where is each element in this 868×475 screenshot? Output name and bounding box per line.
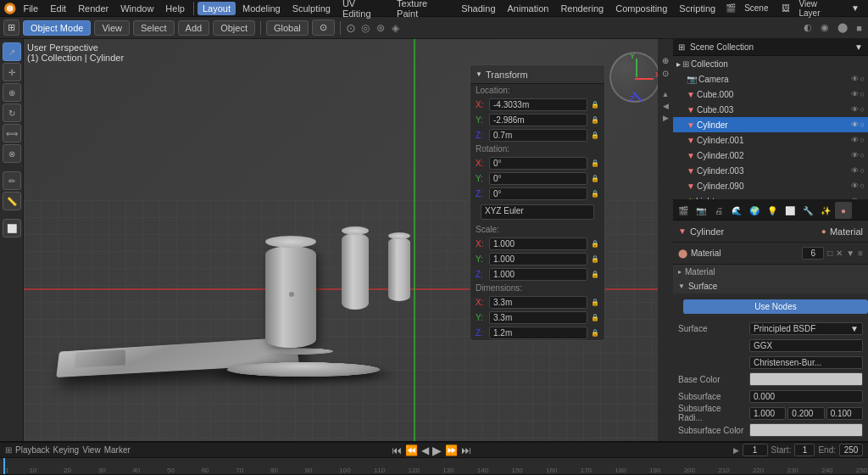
base-color-swatch[interactable] bbox=[749, 372, 863, 386]
playback-btn[interactable]: Playback bbox=[15, 445, 50, 455]
tab-compositing[interactable]: Compositing bbox=[610, 2, 672, 15]
transform-orient-btn[interactable]: Global bbox=[266, 20, 309, 36]
overlay-icon[interactable]: ⊛ bbox=[375, 22, 387, 34]
menu-file[interactable]: File bbox=[18, 2, 43, 15]
dim-x-value[interactable]: 3.3m bbox=[489, 296, 587, 309]
marker-btn[interactable]: Marker bbox=[104, 445, 131, 455]
cyl003-vis-icon[interactable]: ○ bbox=[860, 166, 865, 175]
proportional-edit-icon[interactable]: ◎ bbox=[359, 22, 371, 34]
play-forward-btn[interactable]: ▶ bbox=[432, 444, 442, 457]
move-tool-btn[interactable]: ⊕ bbox=[3, 83, 21, 102]
rot-x-value[interactable]: 0° bbox=[489, 157, 587, 170]
outliner-item-camera[interactable]: 📷 Camera 👁 ○ bbox=[673, 71, 868, 87]
start-frame-input[interactable]: 1 bbox=[794, 444, 815, 456]
prev-frame-btn[interactable]: ⏪ bbox=[405, 444, 418, 456]
cyl090-eye-icon[interactable]: 👁 bbox=[851, 182, 859, 190]
camera-vis-icon[interactable]: ○ bbox=[860, 75, 865, 83]
cyl001-vis-icon[interactable]: ○ bbox=[860, 136, 865, 144]
scale-y-lock[interactable]: 🔒 bbox=[591, 255, 599, 263]
tab-modeling[interactable]: Modeling bbox=[237, 2, 286, 15]
xray-icon[interactable]: ◈ bbox=[390, 22, 401, 34]
tab-layout[interactable]: Layout bbox=[198, 2, 236, 15]
outliner-item-cylinder003[interactable]: ▼ Cylinder.003 👁 ○ bbox=[673, 163, 868, 178]
viewport-solid-icon[interactable]: ◉ bbox=[818, 22, 832, 33]
editor-type-icon[interactable]: ⊞ bbox=[3, 20, 19, 36]
rot-x-lock[interactable]: 🔒 bbox=[591, 159, 599, 167]
dim-z-value[interactable]: 1.2m bbox=[489, 327, 587, 339]
camera-eye-icon[interactable]: 👁 bbox=[851, 75, 859, 83]
ggx-value[interactable]: GGX bbox=[749, 339, 863, 352]
material-copy-icon[interactable]: □ bbox=[827, 249, 832, 258]
tab-texture-paint[interactable]: Texture Paint bbox=[392, 0, 454, 20]
subsurface-value[interactable]: 0.000 bbox=[749, 390, 863, 403]
next-frame-btn[interactable]: ⏩ bbox=[445, 444, 458, 456]
view-btn[interactable]: View bbox=[94, 20, 130, 36]
menu-edit[interactable]: Edit bbox=[45, 2, 71, 15]
select-tool-btn[interactable]: ↗ bbox=[3, 42, 21, 61]
scale-y-value[interactable]: 1.000 bbox=[489, 253, 587, 265]
outliner-item-cylinder090[interactable]: ▼ Cylinder.090 👁 ○ bbox=[673, 178, 868, 193]
measure-tool-btn[interactable]: 📏 bbox=[3, 192, 21, 210]
loc-x-value[interactable]: -4.3033m bbox=[489, 98, 587, 111]
sub-r-value[interactable]: 1.000 bbox=[749, 407, 786, 420]
outliner-item-cylinder002[interactable]: ▼ Cylinder.002 👁 ○ bbox=[673, 148, 868, 163]
timeline-ruler[interactable]: 1 10 20 30 40 50 60 70 80 90 100 110 120… bbox=[0, 458, 868, 475]
cube003-eye-icon[interactable]: 👁 bbox=[851, 105, 859, 114]
prop-tab-object-icon[interactable]: ⬜ bbox=[782, 202, 798, 219]
scale-x-value[interactable]: 1.000 bbox=[489, 238, 587, 250]
end-frame-input[interactable]: 250 bbox=[839, 444, 863, 456]
scale-z-lock[interactable]: 🔒 bbox=[591, 271, 599, 278]
scale-z-value[interactable]: 1.000 bbox=[489, 268, 587, 281]
current-frame-input[interactable]: 1 bbox=[743, 444, 768, 456]
material-browse-icon[interactable]: ▼ bbox=[846, 249, 854, 258]
rot-y-value[interactable]: 0° bbox=[489, 172, 587, 185]
christensen-value[interactable]: Christensen-Bur... bbox=[749, 356, 863, 369]
pivot-btn[interactable]: ⊙ bbox=[312, 20, 335, 36]
orientation-gizmo[interactable]: X Y Z bbox=[605, 48, 665, 107]
sub-g-value[interactable]: 0.200 bbox=[787, 407, 824, 420]
rot-y-lock[interactable]: 🔒 bbox=[591, 175, 599, 182]
loc-z-value[interactable]: 0.7m bbox=[489, 129, 587, 142]
view-layer-name[interactable]: View Layer bbox=[793, 0, 844, 20]
cyl002-vis-icon[interactable]: ○ bbox=[860, 151, 865, 159]
scale-x-lock[interactable]: 🔒 bbox=[591, 240, 599, 248]
prop-tab-scene-props-icon[interactable]: 🌍 bbox=[746, 202, 763, 219]
overlay-toggle-icon[interactable]: ⊕ bbox=[662, 56, 669, 65]
preview-section-header[interactable]: ▸ Material bbox=[673, 265, 868, 279]
add-cube-tool-btn[interactable]: ⬜ bbox=[3, 219, 21, 238]
transform-tool-btn[interactable]: ⊗ bbox=[3, 144, 21, 163]
metallic-value[interactable]: 0.000 bbox=[749, 441, 863, 442]
material-filter-icon[interactable]: ≡ bbox=[858, 249, 863, 258]
loc-y-value[interactable]: -2.986m bbox=[489, 114, 587, 126]
cube000-vis-icon[interactable]: ○ bbox=[860, 90, 865, 98]
cylinder-vis-icon[interactable]: ○ bbox=[860, 120, 865, 129]
prop-tab-particles-icon[interactable]: ✨ bbox=[817, 202, 834, 219]
prop-tab-view-layer-icon[interactable]: 🌊 bbox=[728, 202, 745, 219]
dim-z-lock[interactable]: 🔒 bbox=[591, 329, 599, 337]
sub-b-value[interactable]: 0.100 bbox=[826, 407, 863, 420]
menu-render[interactable]: Render bbox=[73, 2, 114, 15]
scale-tool-btn[interactable]: ⟺ bbox=[3, 124, 21, 142]
outliner-item-collection[interactable]: ▸ ⊞ Collection bbox=[673, 56, 868, 71]
cyl002-eye-icon[interactable]: 👁 bbox=[851, 151, 859, 159]
viewport[interactable]: User Perspective (1) Collection | Cylind… bbox=[24, 39, 673, 441]
use-nodes-btn[interactable]: Use Nodes bbox=[683, 299, 868, 314]
viewport-material-icon[interactable]: ⬤ bbox=[835, 22, 850, 33]
cyl001-eye-icon[interactable]: 👁 bbox=[851, 136, 859, 144]
filter-icon[interactable]: ▼ bbox=[846, 2, 865, 14]
tab-scripting[interactable]: Scripting bbox=[674, 2, 721, 15]
viewport-render-icon[interactable]: ■ bbox=[854, 23, 865, 33]
prop-tab-render-icon[interactable]: 📷 bbox=[693, 202, 709, 219]
keying-btn[interactable]: Keying bbox=[53, 445, 80, 455]
rotate-tool-btn[interactable]: ↻ bbox=[3, 103, 21, 122]
skip-start-btn[interactable]: ⏮ bbox=[392, 444, 402, 456]
viewport-shading-icon[interactable]: ◐ bbox=[801, 22, 815, 33]
menu-window[interactable]: Window bbox=[115, 2, 159, 15]
view-side-icon[interactable]: ▶ bbox=[663, 114, 669, 122]
loc-y-lock[interactable]: 🔒 bbox=[591, 116, 599, 124]
play-backward-btn[interactable]: ◀ bbox=[421, 444, 429, 456]
material-delete-icon[interactable]: ✕ bbox=[836, 249, 843, 258]
outliner-item-cylinder001[interactable]: ▼ Cylinder.001 👁 ○ bbox=[673, 132, 868, 148]
rot-z-lock[interactable]: 🔒 bbox=[591, 190, 599, 198]
prop-tab-output-icon[interactable]: 🖨 bbox=[710, 202, 727, 219]
